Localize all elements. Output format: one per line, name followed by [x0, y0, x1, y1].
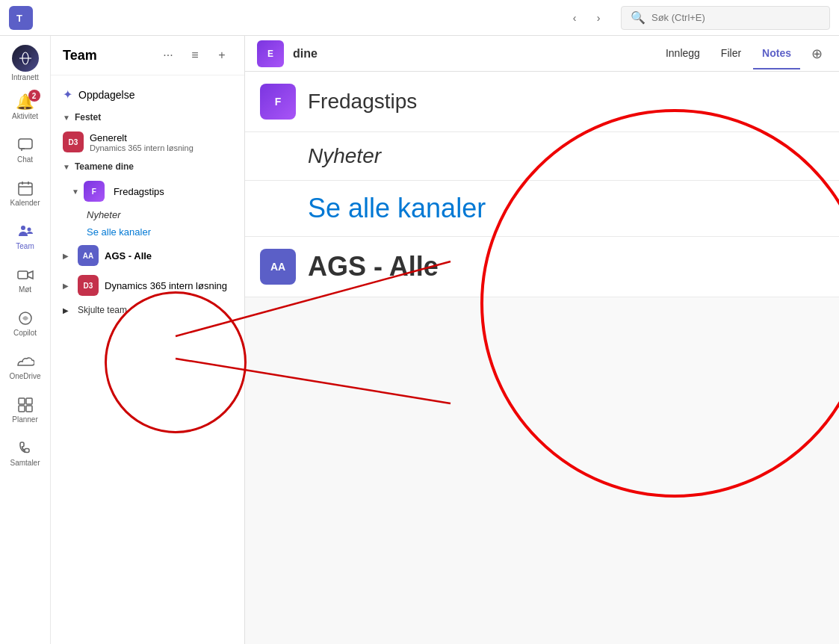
- se-alle-kanaler-item[interactable]: Se alle kanaler: [51, 223, 244, 241]
- sidebar-label-intranett: Intranett: [11, 74, 39, 81]
- mot-icon: [16, 266, 34, 284]
- samtaler-icon: [16, 439, 34, 457]
- teams-panel-header: Team ··· ≡ +: [51, 36, 244, 75]
- fredagstips-large-item[interactable]: F Fredagstips: [245, 72, 839, 132]
- sidebar-item-aktivitet[interactable]: 🔔 Aktivitet 2: [4, 85, 46, 127]
- generelt-item[interactable]: D3 Generelt Dynamics 365 intern løsning: [51, 127, 244, 157]
- fredagstips-expand-chevron: ▼: [72, 188, 79, 196]
- back-button[interactable]: ‹: [564, 7, 585, 28]
- more-options-button[interactable]: ···: [158, 45, 179, 66]
- nav-arrows: ‹ ›: [564, 7, 609, 28]
- forward-button[interactable]: ›: [588, 7, 609, 28]
- ags-alle-item[interactable]: ▶ AA AGS - Alle: [51, 241, 244, 270]
- onedrive-icon: [16, 353, 34, 371]
- sidebar-label-samtaler: Samtaler: [10, 459, 40, 467]
- channel-name-display: dine: [293, 47, 654, 61]
- se-alle-large-name: Se alle kanaler: [308, 193, 486, 224]
- add-team-button[interactable]: +: [211, 45, 232, 66]
- festet-section-header[interactable]: ▼ Festet: [51, 108, 244, 127]
- teams-panel: Team ··· ≡ + ✦ Oppdagelse ▼ Festet D3 Ge…: [51, 36, 245, 644]
- ags-large-item[interactable]: AA AGS - Alle: [245, 237, 839, 297]
- content-body: F Fredagstips Nyheter Se alle kanaler AA…: [245, 72, 839, 644]
- top-bar: T ‹ › 🔍: [0, 0, 839, 36]
- sidebar-label-aktivitet: Aktivitet: [12, 113, 38, 120]
- skjulte-header[interactable]: ▶ Skjulte team: [51, 300, 244, 320]
- nyheter-large-name: Nyheter: [308, 144, 381, 168]
- skjulte-arrow: ▶: [63, 306, 69, 315]
- fredagstips-name: Fredagstips: [114, 186, 164, 197]
- intranett-icon: [12, 45, 39, 72]
- generelt-subtitle: Dynamics 365 intern løsning: [90, 143, 194, 152]
- add-tab-button[interactable]: ⊕: [806, 43, 827, 64]
- ags-name: AGS - Alle: [105, 250, 152, 261]
- se-alle-large-item[interactable]: Se alle kanaler: [245, 181, 839, 237]
- search-input[interactable]: [651, 12, 820, 23]
- sidebar-label-kalender: Kalender: [10, 199, 40, 207]
- dynamics-name: Dynamics 365 intern løsning: [105, 280, 227, 291]
- svg-rect-15: [26, 398, 32, 404]
- sidebar-item-mot[interactable]: Møt: [4, 258, 46, 300]
- main-layout: Intranett 🔔 Aktivitet 2 Chat: [0, 36, 839, 644]
- teams-panel-title: Team: [63, 48, 158, 64]
- tab-filer[interactable]: Filer: [712, 38, 750, 69]
- teams-logo: T: [9, 6, 33, 30]
- fredagstips-row[interactable]: ▼ F Fredagstips: [51, 176, 244, 206]
- channel-avatar-large: E: [257, 40, 284, 67]
- sidebar-label-mot: Møt: [19, 286, 31, 294]
- sidebar-item-intranett[interactable]: Intranett: [4, 42, 46, 84]
- kalender-icon: [16, 179, 34, 197]
- svg-rect-5: [19, 139, 32, 149]
- sidebar-item-planner[interactable]: Planner: [4, 388, 46, 430]
- channel-list-large: F Fredagstips Nyheter Se alle kanaler AA…: [245, 72, 839, 297]
- tab-innlegg[interactable]: Innlegg: [657, 38, 709, 69]
- svg-rect-12: [18, 271, 28, 279]
- copilot-icon: [16, 309, 34, 327]
- tab-notes[interactable]: Notes: [753, 38, 800, 69]
- festet-label: Festet: [75, 112, 101, 123]
- svg-rect-17: [26, 406, 32, 412]
- planner-icon: [16, 396, 34, 414]
- ags-large-avatar: AA: [260, 249, 296, 285]
- teamene-section-header[interactable]: ▼ Teamene dine: [51, 157, 244, 176]
- sidebar-item-team[interactable]: Team: [4, 215, 46, 257]
- dynamics-expand-arrow: ▶: [63, 282, 69, 290]
- svg-point-11: [27, 227, 31, 231]
- nyheter-channel-item[interactable]: Nyheter: [51, 206, 244, 223]
- generelt-name: Generelt: [90, 132, 194, 143]
- sidebar-label-copilot: Copilot: [13, 329, 37, 337]
- svg-rect-14: [19, 398, 25, 404]
- ags-expand-arrow: ▶: [63, 252, 69, 260]
- fredagstips-large-avatar: F: [260, 84, 296, 120]
- sidebar-item-onedrive[interactable]: OneDrive: [4, 345, 46, 387]
- sidebar-label-chat: Chat: [17, 156, 33, 164]
- dynamics-item[interactable]: ▶ D3 Dynamics 365 intern løsning: [51, 270, 244, 300]
- icon-sidebar: Intranett 🔔 Aktivitet 2 Chat: [0, 36, 51, 644]
- dynamics-avatar: D3: [78, 275, 99, 296]
- oppdagelse-item[interactable]: ✦ Oppdagelse: [51, 81, 244, 108]
- main-content: E dine Innlegg Filer Notes ⊕ F Fredagsti…: [245, 36, 839, 644]
- se-alle-kanaler-label: Se alle kanaler: [87, 226, 151, 238]
- nyheter-large-item[interactable]: Nyheter: [245, 132, 839, 181]
- fredagstips-large-name: Fredagstips: [308, 90, 417, 114]
- search-bar[interactable]: 🔍: [621, 6, 830, 30]
- sidebar-label-onedrive: OneDrive: [9, 373, 40, 380]
- sparkle-icon: ✦: [63, 87, 72, 102]
- nyheter-channel-name: Nyheter: [87, 209, 121, 220]
- teamene-label: Teamene dine: [75, 161, 134, 172]
- generelt-info: Generelt Dynamics 365 intern løsning: [90, 132, 194, 152]
- oppdagelse-label: Oppdagelse: [78, 89, 135, 101]
- sidebar-item-kalender[interactable]: Kalender: [4, 172, 46, 214]
- svg-rect-16: [19, 406, 25, 412]
- sidebar-item-samtaler[interactable]: Samtaler: [4, 432, 46, 474]
- festet-chevron: ▼: [63, 114, 70, 122]
- sidebar-item-copilot[interactable]: Copilot: [4, 302, 46, 344]
- ags-large-name: AGS - Alle: [308, 251, 439, 282]
- filter-button[interactable]: ≡: [185, 45, 205, 66]
- skjulte-label: Skjulte team: [78, 305, 127, 315]
- sidebar-label-planner: Planner: [12, 416, 37, 424]
- ags-avatar: AA: [78, 245, 99, 266]
- teams-panel-body: ✦ Oppdagelse ▼ Festet D3 Generelt Dynami…: [51, 75, 244, 644]
- sidebar-item-chat[interactable]: Chat: [4, 129, 46, 170]
- chat-icon: [16, 136, 34, 154]
- team-icon: [16, 223, 34, 241]
